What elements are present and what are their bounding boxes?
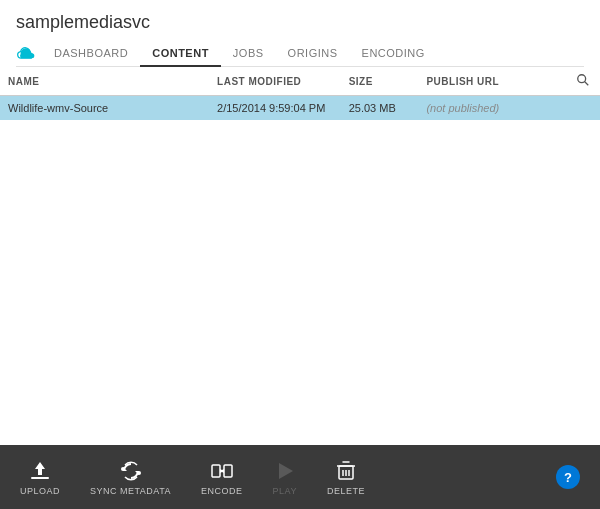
tab-content[interactable]: CONTENT xyxy=(140,41,221,67)
upload-action[interactable]: UPLOAD xyxy=(20,459,60,496)
svg-rect-10 xyxy=(224,465,232,477)
sync-icon xyxy=(119,459,143,483)
bottom-toolbar: UPLOAD SYNC METADATA xyxy=(0,445,600,509)
upload-icon xyxy=(28,459,52,483)
delete-label: DELETE xyxy=(327,486,365,496)
content-table: NAME LAST MODIFIED SIZE PUBLISH URL Wild… xyxy=(0,67,600,120)
table-row[interactable]: Wildlife-wmv-Source2/15/2014 9:59:04 PM2… xyxy=(0,96,600,121)
delete-icon xyxy=(334,459,358,483)
play-label: PLAY xyxy=(273,486,297,496)
col-header-size: SIZE xyxy=(341,67,419,96)
sync-metadata-action[interactable]: SYNC METADATA xyxy=(90,459,171,496)
cell-publish: (not published) xyxy=(418,96,568,121)
cloud-icon xyxy=(16,47,36,61)
cell-modified: 2/15/2014 9:59:04 PM xyxy=(209,96,341,121)
tab-dashboard[interactable]: DASHBOARD xyxy=(42,41,140,67)
col-header-name: NAME xyxy=(0,67,209,96)
svg-point-7 xyxy=(121,467,125,471)
cell-size: 25.03 MB xyxy=(341,96,419,121)
upload-label: UPLOAD xyxy=(20,486,60,496)
encode-action[interactable]: ENCODE xyxy=(201,459,243,496)
nav-tabs: DASHBOARD CONTENT JOBS ORIGINS ENCODING xyxy=(16,41,584,67)
col-header-publish: PUBLISH URL xyxy=(418,67,568,96)
svg-rect-2 xyxy=(31,477,49,479)
cell-name: Wildlife-wmv-Source xyxy=(0,96,209,121)
toolbar-actions: UPLOAD SYNC METADATA xyxy=(20,459,365,496)
tab-jobs[interactable]: JOBS xyxy=(221,41,276,67)
tab-encoding[interactable]: ENCODING xyxy=(350,41,437,67)
svg-marker-3 xyxy=(35,462,45,475)
help-button[interactable]: ? xyxy=(556,465,580,489)
delete-action[interactable]: DELETE xyxy=(327,459,365,496)
encode-icon xyxy=(210,459,234,483)
encode-label: ENCODE xyxy=(201,486,243,496)
sync-label: SYNC METADATA xyxy=(90,486,171,496)
app-title: samplemediasvc xyxy=(16,12,584,33)
svg-line-1 xyxy=(585,82,589,86)
search-icon-header[interactable] xyxy=(568,67,600,96)
svg-point-8 xyxy=(137,471,141,475)
tab-origins[interactable]: ORIGINS xyxy=(276,41,350,67)
search-icon[interactable] xyxy=(576,73,590,87)
col-header-modified: LAST MODIFIED xyxy=(209,67,341,96)
main-container: samplemediasvc DASHBOARD CONTENT JOBS OR… xyxy=(0,0,600,445)
svg-point-0 xyxy=(578,75,586,83)
content-area: NAME LAST MODIFIED SIZE PUBLISH URL Wild… xyxy=(0,67,600,445)
svg-rect-9 xyxy=(212,465,220,477)
header: samplemediasvc DASHBOARD CONTENT JOBS OR… xyxy=(0,0,600,67)
play-action[interactable]: PLAY xyxy=(273,459,297,496)
play-icon xyxy=(273,459,297,483)
svg-marker-14 xyxy=(279,463,293,479)
